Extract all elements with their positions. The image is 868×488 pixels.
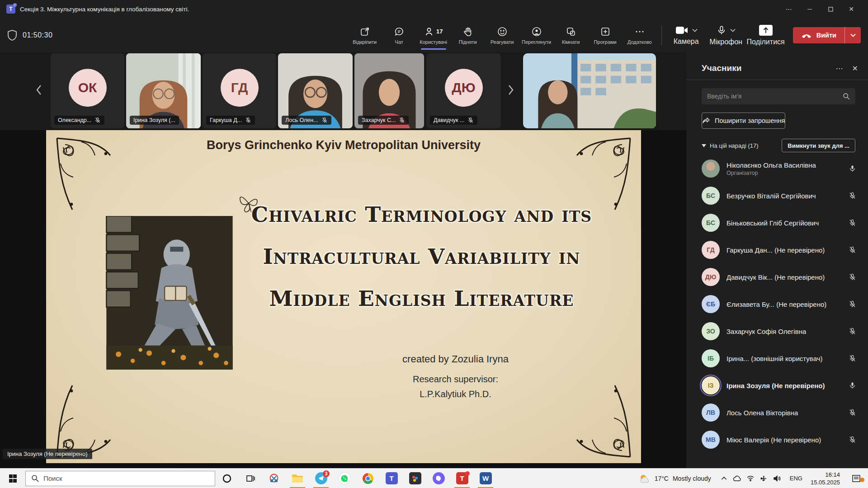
strip-scroll-left-icon[interactable]	[35, 84, 42, 96]
toolbar-chat-button[interactable]: Чат	[382, 21, 416, 50]
leave-button[interactable]: Вийти	[793, 27, 861, 43]
avatar: ЗО	[702, 322, 720, 340]
participant-tile[interactable]: ОК Олександр...	[51, 53, 124, 128]
toolbar-more-button[interactable]: Додатково	[623, 21, 657, 50]
close-button[interactable]: ✕	[841, 0, 862, 18]
participants-count-badge: 17	[436, 28, 443, 35]
panel-close-icon[interactable]: ✕	[852, 64, 858, 73]
toolbar-raise-hand-button[interactable]: Підняти	[451, 21, 485, 50]
taskbar-search-input[interactable]	[43, 474, 209, 482]
participant-row[interactable]: ДЮ Давидчук Вік... (Не перевірено)	[686, 263, 868, 291]
toolbar-view-button[interactable]: Переглянути	[519, 21, 554, 50]
leave-chevron-icon[interactable]	[844, 27, 861, 43]
mic-off-icon[interactable]	[849, 300, 856, 309]
mic-off-icon[interactable]	[849, 408, 856, 417]
participant-tile[interactable]: ДЮ Давидчук ...	[426, 53, 501, 128]
teams-meeting-window: T Секція 3. Міжкультурна комунікація в г…	[0, 0, 868, 488]
action-center-icon[interactable]	[844, 469, 868, 488]
toolbar-rooms-button[interactable]: Кімнати	[554, 21, 588, 50]
clock[interactable]: 16:14 15.05.2025	[806, 471, 844, 486]
mic-off-icon[interactable]	[849, 435, 856, 444]
tile-name: Олександр...	[58, 117, 91, 123]
network-icon[interactable]	[747, 475, 754, 481]
titlebar-more-icon[interactable]: ⋯	[778, 0, 799, 18]
participant-row[interactable]: Ніколаєнко Ольга ВасилівнаОрганізатор	[686, 155, 868, 182]
mic-on-icon[interactable]	[849, 164, 856, 173]
participant-row[interactable]: БС Безручко Віталій Сергійович	[686, 182, 868, 209]
viber-icon[interactable]	[427, 469, 450, 488]
camera-control[interactable]: Камера	[666, 25, 706, 46]
panel-title: Учасники	[702, 63, 741, 73]
tray-chevron-up-icon[interactable]	[721, 476, 727, 480]
toolbar-apps-button[interactable]: Програми	[588, 21, 623, 50]
shield-icon	[7, 30, 17, 41]
panel-more-icon[interactable]: ⋯	[836, 64, 843, 73]
strip-scroll-right-icon[interactable]	[507, 84, 514, 96]
snipping-tool-icon[interactable]	[262, 469, 286, 488]
mic-off-icon[interactable]	[849, 245, 856, 254]
toolbar-react-button[interactable]: Реагувати	[485, 21, 519, 50]
mic-off-icon[interactable]	[849, 272, 856, 282]
participant-tile[interactable]: Захарчук С...	[354, 53, 424, 128]
people-icon	[424, 26, 435, 37]
whatsapp-icon[interactable]	[333, 469, 356, 488]
onedrive-cloud-icon[interactable]	[733, 475, 741, 481]
mute-all-button[interactable]: Вимкнути звук для ...	[782, 139, 855, 152]
chrome-icon[interactable]	[356, 469, 380, 488]
participant-search[interactable]	[702, 88, 855, 104]
participant-row[interactable]: ІБ Ірина... (зовнішній користувач)	[686, 345, 868, 372]
camera-chevron-icon[interactable]	[692, 28, 698, 32]
usb-icon[interactable]	[760, 475, 767, 482]
mic-on-icon[interactable]	[849, 381, 856, 390]
microphone-chevron-icon[interactable]	[730, 28, 736, 32]
participant-row-speaking[interactable]: ІЗ Ірина Зозуля (Не перевірено)	[686, 372, 868, 399]
mic-off-icon[interactable]	[849, 354, 856, 363]
telegram-icon[interactable]: 3	[309, 469, 333, 488]
participant-row[interactable]: МВ Міюс Валерія (Не перевірено)	[686, 426, 868, 453]
divider	[686, 80, 868, 80]
participant-row[interactable]: ГД Гаркуша Дан... (Не перевірено)	[686, 236, 868, 263]
participant-tile[interactable]: Лось Олен...	[278, 53, 353, 128]
media-app-icon[interactable]	[403, 469, 427, 488]
microphone-control[interactable]: Мікрофон	[706, 25, 746, 46]
language-indicator[interactable]: ENG	[786, 475, 806, 482]
participant-row[interactable]: ЛВ Лось Олена Вікторівна	[686, 399, 868, 426]
participant-search-input[interactable]	[707, 93, 843, 100]
share-invite-button[interactable]: Поширити запрошення	[702, 113, 785, 129]
toolbar-unpin-button[interactable]: Відкріпити	[348, 21, 382, 50]
minimize-button[interactable]: ─	[799, 0, 820, 18]
word-icon[interactable]: W	[474, 469, 497, 488]
toolbar-participants-button[interactable]: 17 Користувачі	[416, 21, 451, 50]
participant-row[interactable]: ЗО Захарчук Софія Олегівна	[686, 318, 868, 345]
share-control[interactable]: Поділитися	[746, 25, 786, 46]
slide-title-line2: Intracultural Variability in	[213, 235, 630, 277]
participant-row[interactable]: БС Біньковський Гліб Сергійович	[686, 209, 868, 236]
avatar: ОК	[69, 69, 107, 107]
teams-app-icon: T	[6, 5, 15, 14]
in-meeting-section[interactable]: На цій нараді (17)	[702, 142, 759, 149]
volume-icon[interactable]	[773, 475, 781, 482]
corner-flourish	[54, 383, 113, 460]
teams-icon[interactable]: T	[380, 469, 403, 488]
mic-off-icon	[467, 117, 474, 123]
maximize-button[interactable]	[820, 0, 841, 18]
participant-tile-speaking[interactable]: Ірина Зозуля (...	[126, 53, 201, 128]
file-explorer-icon[interactable]	[286, 469, 309, 488]
video-filmstrip: ОК Олександр... Ірина Зозуля (... ГД Гар…	[0, 52, 686, 130]
camera-preview-tile[interactable]	[523, 53, 656, 128]
teams-meeting-app-icon[interactable]: T	[450, 469, 474, 488]
task-view-icon[interactable]	[239, 469, 262, 488]
slide-title-line1: Chivalric Terminology and its	[213, 193, 630, 235]
start-button[interactable]	[0, 469, 25, 488]
mic-off-icon[interactable]	[849, 191, 856, 200]
participant-row[interactable]: ЄБ Єлизавета Бу... (Не перевірено)	[686, 291, 868, 318]
weather-widget[interactable]: 17°C Mostly cloudy	[634, 474, 716, 483]
avatar: ІЗ	[702, 376, 720, 394]
mic-off-icon[interactable]	[849, 327, 856, 336]
taskbar-search[interactable]	[25, 471, 215, 486]
video-feed	[523, 53, 656, 128]
cortana-icon[interactable]	[215, 469, 239, 488]
mic-off-icon[interactable]	[849, 218, 856, 227]
participant-tile[interactable]: ГД Гаркуша Д...	[203, 53, 276, 128]
presentation-slide: Borys Grinchenko Kyiv Metropolitan Unive…	[46, 130, 641, 463]
